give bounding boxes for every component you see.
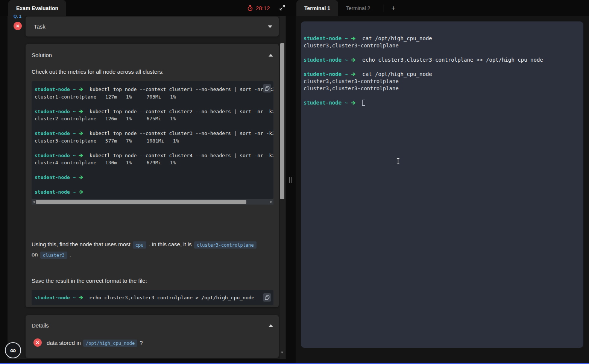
check-text: data stored in /opt/high_cpu_node ? (47, 340, 143, 346)
chevron-down-icon (267, 25, 273, 28)
prompt-line: student-node ~ cat /opt/high_cpu_node (304, 35, 580, 42)
chevron-up-icon (268, 54, 273, 57)
solution-conclusion: Using this, find the node that uses most… (32, 240, 273, 260)
question-number: Q. 1 (14, 14, 21, 18)
details-card: Details × data stored in /opt/high_cpu_n… (26, 315, 279, 358)
prompt-arrow-icon (79, 190, 83, 194)
details-title: Details (32, 322, 49, 329)
terminal-tab-1[interactable]: Terminal 1 (296, 0, 338, 16)
output-line: cluster2-controlplane 126m 1% 675Mi 1% (35, 115, 273, 123)
exam-tab-label: Exam Evaluation (16, 5, 58, 11)
output-line: cluster4-controlplane 130m 1% 679Mi 1% (35, 159, 273, 167)
conclusion-text-1: Using this, find the node that uses most (32, 241, 132, 247)
task-header[interactable]: Task (26, 17, 279, 36)
prompt-host: student-node ~ (35, 153, 76, 158)
terminal-tabbar-tabs: Terminal 1Terminal 2 (296, 0, 378, 16)
prompt-line: student-node ~ kubectl top node --contex… (35, 86, 273, 93)
prompt-line: student-node ~ cat /opt/high_cpu_node (304, 71, 580, 78)
copy-button[interactable] (263, 84, 271, 93)
prompt-host: student-node ~ (35, 130, 76, 136)
solution-card: Solution Check out the metrics for all n… (26, 44, 279, 307)
command-text: kubectl top node --context cluster4 --no… (90, 153, 273, 158)
details-header[interactable]: Details (32, 322, 273, 329)
prompt-arrow-icon (351, 72, 356, 76)
new-terminal-button[interactable]: + (389, 4, 399, 12)
command-text: kubectl top node --context cluster2 --no… (90, 109, 273, 114)
terminal-window[interactable]: student-node ~ cat /opt/high_cpu_nodeclu… (301, 21, 583, 348)
scroll-left-arrow-icon[interactable] (33, 201, 35, 203)
blank-line (304, 92, 580, 99)
blank-line (35, 144, 273, 152)
prompt-arrow-icon (79, 175, 83, 179)
solution-title: Solution (32, 52, 52, 58)
output-line: cluster3,cluster3-controlplane (304, 85, 580, 92)
prompt-host: student-node ~ (304, 71, 348, 77)
solution-header[interactable]: Solution (32, 52, 273, 58)
check-text-2: ? (138, 340, 143, 346)
vertical-scrollbar[interactable] (280, 16, 285, 359)
expand-icon (279, 5, 285, 11)
prompt-host: student-node ~ (35, 174, 76, 180)
top-bar: Exam Evaluation 28:12 Terminal 1Terminal… (0, 0, 589, 16)
vertical-scrollbar-thumb[interactable] (280, 43, 284, 199)
output-line: cluster3,cluster3-controlplane (304, 42, 580, 49)
resize-handle-icon (289, 177, 292, 183)
horizontal-scrollbar[interactable] (32, 199, 273, 205)
details-check-row: × data stored in /opt/high_cpu_node ? (32, 338, 273, 347)
exam-timer: 28:12 (247, 0, 270, 16)
prompt-line: student-node ~ (35, 174, 273, 181)
panel-divider[interactable] (286, 16, 296, 363)
prompt-host: student-node ~ (304, 100, 348, 106)
terminal-output: student-node ~ cat /opt/high_cpu_nodeclu… (301, 21, 583, 106)
prompt-arrow-icon (79, 153, 83, 158)
check-failed-icon: × (33, 338, 42, 347)
blank-line (35, 123, 273, 130)
solution-code-block: student-node ~ kubectl top node --contex… (32, 81, 273, 199)
exam-environment: Exam Evaluation 28:12 Terminal 1Terminal… (0, 0, 589, 364)
inline-code-cluster: cluster3 (40, 252, 67, 259)
blank-line (304, 49, 580, 56)
terminal-tab-2[interactable]: Terminal 2 (338, 0, 378, 16)
output-line: cluster1-controlplane 127m 1% 703Mi 1% (35, 93, 273, 101)
scroll-down-arrow-icon[interactable] (281, 352, 283, 353)
horizontal-scrollbar-thumb[interactable] (36, 200, 246, 204)
conclusion-text-2: . In this case, it is (147, 241, 193, 247)
command-text: kubectl top node --context cluster1 --no… (90, 86, 273, 92)
prompt-host: student-node ~ (35, 295, 76, 300)
prompt-line: student-node ~ kubectl top node --contex… (35, 152, 273, 159)
copy-icon (265, 295, 270, 300)
check-text-1: data stored in (47, 340, 82, 346)
blank-line (35, 181, 273, 189)
prompt-arrow-icon (351, 101, 356, 105)
blank-line (304, 64, 580, 71)
timer-value: 28:12 (256, 5, 270, 11)
conclusion-text-3: on (32, 251, 39, 258)
copy-button-2[interactable] (263, 293, 271, 302)
prompt-host: student-node ~ (304, 35, 348, 41)
save-code-lines: student-node ~ echo cluster3,cluster3-co… (35, 294, 273, 302)
inline-code-node: cluster3-controlplane (194, 241, 257, 249)
prompt-arrow-icon (79, 131, 83, 135)
x-glyph: × (36, 340, 39, 345)
command-text: cat /opt/high_cpu_node (362, 35, 432, 41)
copy-icon (265, 86, 270, 91)
x-glyph: × (16, 23, 20, 29)
prompt-arrow-icon (351, 58, 356, 62)
blank-line (35, 167, 273, 174)
save-instruction: Save the result in the correct format to… (32, 278, 273, 284)
output-line: cluster3,cluster3-controlplane (304, 78, 580, 85)
kodekloud-logo[interactable]: ∞ (5, 342, 21, 358)
prompt-arrow-icon (79, 87, 83, 91)
inline-code-filepath: /opt/high_cpu_node (83, 340, 137, 347)
save-code-block: student-node ~ echo cluster3,cluster3-co… (32, 290, 273, 305)
stopwatch-icon (247, 5, 253, 11)
expand-button[interactable] (279, 5, 285, 11)
scroll-right-arrow-icon[interactable] (270, 201, 272, 203)
inline-code-cpu: cpu (133, 241, 146, 249)
task-card: Task (26, 17, 279, 36)
prompt-host: student-node ~ (35, 109, 76, 114)
command-text: cat /opt/high_cpu_node (362, 71, 432, 77)
tab-separator (384, 5, 384, 12)
logo-glyph: ∞ (10, 346, 16, 355)
prompt-line: student-node ~ echo cluster3,cluster3-co… (35, 294, 273, 302)
